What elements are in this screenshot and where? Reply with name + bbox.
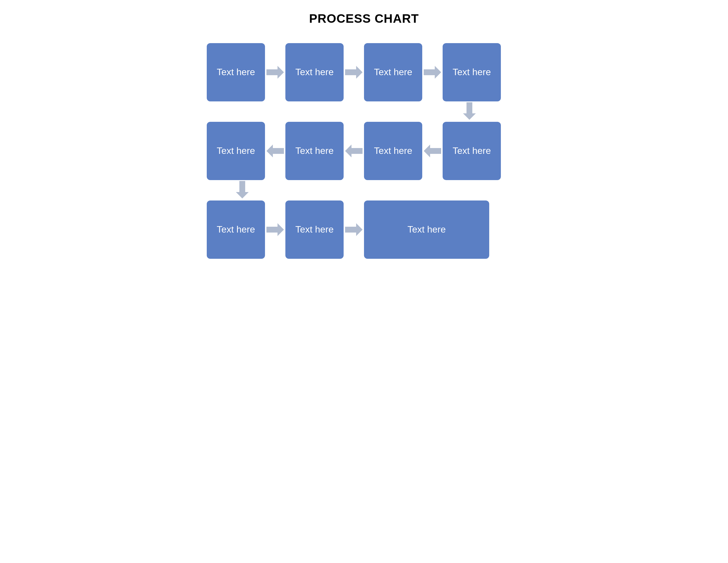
box-r1b3[interactable]: Text here	[364, 43, 422, 101]
svg-marker-3	[463, 102, 476, 120]
box-r3b1[interactable]: Text here	[207, 200, 265, 259]
page-container: PROCESS CHART Text here Text here Text h…	[189, 12, 539, 259]
svg-marker-6	[424, 144, 441, 157]
box-r1b4[interactable]: Text here	[443, 43, 501, 101]
svg-marker-0	[266, 66, 284, 79]
arrow-down-2	[236, 181, 249, 199]
arrow-r1-3	[422, 65, 443, 80]
svg-marker-1	[345, 66, 363, 79]
arrow-r2-2	[344, 144, 364, 158]
svg-marker-4	[266, 144, 284, 157]
box-r2b2[interactable]: Text here	[285, 122, 344, 180]
svg-marker-2	[424, 66, 441, 79]
arrow-r1-1	[265, 65, 285, 80]
box-r1b2[interactable]: Text here	[285, 43, 344, 101]
svg-marker-7	[236, 181, 249, 198]
row-3: Text here Text here Text here	[189, 200, 539, 259]
box-r2b1[interactable]: Text here	[207, 122, 265, 180]
box-r2b4[interactable]: Text here	[443, 122, 501, 180]
chart-area: Text here Text here Text here	[189, 43, 539, 259]
connector-down-1	[189, 101, 539, 122]
box-r2b3[interactable]: Text here	[364, 122, 422, 180]
box-r1b1[interactable]: Text here	[207, 43, 265, 101]
arrow-r1-2	[344, 65, 364, 80]
svg-marker-9	[345, 223, 363, 236]
arrow-r3-2	[344, 222, 364, 237]
box-r3b3[interactable]: Text here	[364, 200, 489, 259]
row-2: Text here Text here Text here	[189, 122, 539, 180]
connector-down-2	[189, 180, 539, 200]
arrow-r2-3	[422, 144, 443, 158]
svg-marker-8	[266, 223, 284, 236]
box-r3b2[interactable]: Text here	[285, 200, 344, 259]
row-1: Text here Text here Text here	[189, 43, 539, 101]
svg-marker-5	[345, 144, 363, 157]
page-title: PROCESS CHART	[189, 12, 539, 26]
arrow-down-1	[463, 102, 476, 121]
arrow-r2-1	[265, 144, 285, 158]
arrow-r3-1	[265, 222, 285, 237]
